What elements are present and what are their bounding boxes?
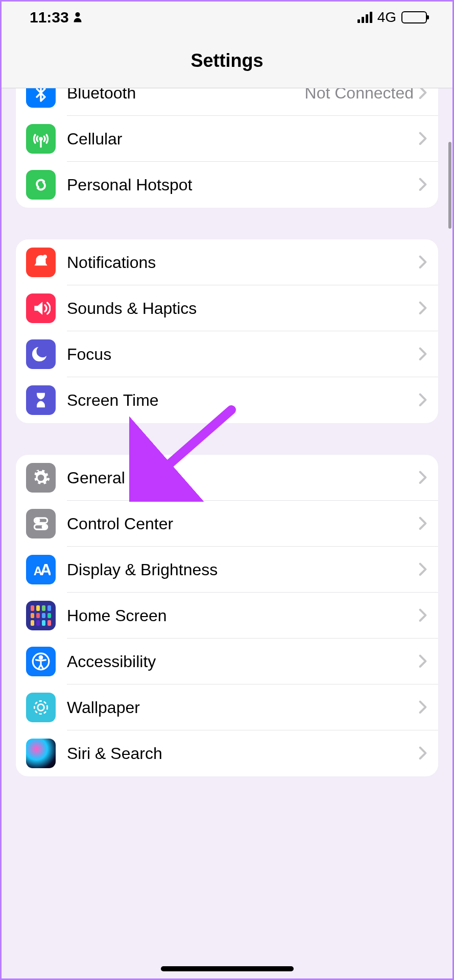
sounds-icon xyxy=(26,293,56,323)
siri-icon xyxy=(26,739,56,768)
settings-row-focus[interactable]: Focus xyxy=(16,331,438,377)
settings-row-accessibility[interactable]: Accessibility xyxy=(16,639,438,684)
settings-row-label: Screen Time xyxy=(67,391,419,410)
settings-row-label: Control Center xyxy=(67,514,419,533)
homescreen-icon xyxy=(26,601,56,630)
settings-group-system: General Control Center AA Display & Brig… xyxy=(16,455,438,776)
chevron-right-icon xyxy=(419,700,427,715)
svg-point-12 xyxy=(38,704,44,711)
notifications-icon xyxy=(26,248,56,277)
settings-group-connectivity: Bluetooth Not Connected Cellular Persona… xyxy=(16,88,438,208)
settings-screen: 11:33 4G Settings Bluetooth Not Connecte… xyxy=(2,2,452,978)
settings-row-notifications[interactable]: Notifications xyxy=(16,239,438,285)
chevron-right-icon xyxy=(419,654,427,669)
settings-row-label: Focus xyxy=(67,345,419,364)
hotspot-icon xyxy=(26,170,56,200)
settings-row-label: Accessibility xyxy=(67,652,419,671)
cellular-icon xyxy=(26,124,56,154)
signal-strength-icon xyxy=(357,12,372,23)
settings-row-label: Personal Hotspot xyxy=(67,176,419,194)
home-indicator[interactable] xyxy=(161,966,294,971)
svg-point-13 xyxy=(34,701,47,714)
accessibility-icon xyxy=(26,647,56,676)
settings-row-homescreen[interactable]: Home Screen xyxy=(16,593,438,639)
scrollbar-indicator xyxy=(448,142,451,229)
chevron-right-icon xyxy=(419,746,427,761)
svg-point-3 xyxy=(43,255,47,259)
settings-row-label: Cellular xyxy=(67,130,419,149)
settings-row-label: Display & Brightness xyxy=(67,560,419,579)
controlcenter-icon xyxy=(26,509,56,538)
chevron-right-icon xyxy=(419,562,427,577)
settings-scroll[interactable]: Bluetooth Not Connected Cellular Persona… xyxy=(2,88,452,978)
chevron-right-icon xyxy=(419,471,427,485)
page-title: Settings xyxy=(190,50,263,71)
settings-row-bluetooth[interactable]: Bluetooth Not Connected xyxy=(16,88,438,116)
chevron-right-icon xyxy=(419,132,427,146)
chevron-right-icon xyxy=(419,255,427,270)
status-time: 11:33 xyxy=(30,9,69,26)
chevron-right-icon xyxy=(419,608,427,623)
settings-row-label: Home Screen xyxy=(67,606,419,625)
svg-point-7 xyxy=(42,525,45,528)
settings-group-notifications: Notifications Sounds & Haptics Focus xyxy=(16,239,438,423)
svg-point-0 xyxy=(75,12,80,17)
profile-indicator-icon xyxy=(73,9,82,26)
settings-row-label: General xyxy=(67,469,419,487)
status-bar: 11:33 4G xyxy=(2,2,452,33)
settings-row-controlcenter[interactable]: Control Center xyxy=(16,501,438,547)
nav-bar: Settings xyxy=(2,33,452,88)
chevron-right-icon xyxy=(419,178,427,192)
network-type: 4G xyxy=(377,9,396,26)
chevron-right-icon xyxy=(419,393,427,407)
settings-row-general[interactable]: General xyxy=(16,455,438,501)
settings-row-label: Siri & Search xyxy=(67,744,419,763)
chevron-right-icon xyxy=(419,517,427,531)
general-icon xyxy=(26,463,56,493)
screentime-icon xyxy=(26,385,56,415)
wallpaper-icon xyxy=(26,693,56,722)
chevron-right-icon xyxy=(419,347,427,361)
settings-row-screentime[interactable]: Screen Time xyxy=(16,377,438,423)
bluetooth-icon xyxy=(26,88,56,108)
svg-point-5 xyxy=(36,519,39,522)
settings-row-siri[interactable]: Siri & Search xyxy=(16,730,438,776)
chevron-right-icon xyxy=(419,88,427,100)
settings-row-sounds[interactable]: Sounds & Haptics xyxy=(16,285,438,331)
focus-icon xyxy=(26,339,56,369)
settings-row-hotspot[interactable]: Personal Hotspot xyxy=(16,162,438,208)
settings-row-wallpaper[interactable]: Wallpaper xyxy=(16,684,438,730)
settings-row-label: Wallpaper xyxy=(67,698,419,717)
svg-point-2 xyxy=(40,138,42,140)
settings-row-label: Notifications xyxy=(67,253,419,272)
settings-row-label: Sounds & Haptics xyxy=(67,299,419,318)
svg-text:A: A xyxy=(40,560,51,579)
settings-row-cellular[interactable]: Cellular xyxy=(16,116,438,162)
display-icon: AA xyxy=(26,555,56,584)
settings-row-value: Not Connected xyxy=(305,88,414,103)
svg-point-11 xyxy=(39,656,42,659)
battery-icon xyxy=(401,11,427,23)
chevron-right-icon xyxy=(419,301,427,315)
settings-row-label: Bluetooth xyxy=(67,88,305,103)
settings-row-display[interactable]: AA Display & Brightness xyxy=(16,547,438,593)
